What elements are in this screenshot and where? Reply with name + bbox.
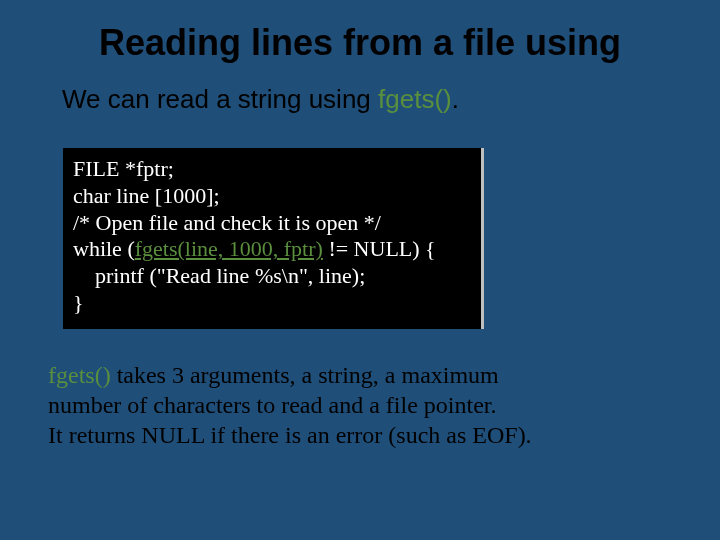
code-line-2: char line [1000]; <box>73 183 471 210</box>
code-block: FILE *fptr; char line [1000]; /* Open fi… <box>63 148 484 329</box>
code-line-4: while (fgets(line, 1000, fptr) != NULL) … <box>73 236 471 263</box>
description: fgets() takes 3 arguments, a string, a m… <box>48 360 672 450</box>
code-l4-suffix: != NULL) { <box>323 236 436 261</box>
intro-prefix: We can read a string using <box>62 84 378 114</box>
intro-suffix: . <box>452 84 459 114</box>
code-l4-prefix: while ( <box>73 236 135 261</box>
code-l4-func: fgets(line, 1000, fptr) <box>135 236 323 261</box>
code-line-6: } <box>73 290 471 317</box>
code-line-5: printf ("Read line %s\n", line); <box>73 263 471 290</box>
code-line-1: FILE *fptr; <box>73 156 471 183</box>
desc-rest2: number of characters to read and a file … <box>48 392 496 418</box>
intro-line: We can read a string using fgets(). <box>62 84 459 115</box>
intro-func: fgets() <box>378 84 452 114</box>
desc-rest3: It returns NULL if there is an error (su… <box>48 422 532 448</box>
desc-rest1: takes 3 arguments, a string, a maximum <box>111 362 499 388</box>
code-line-3: /* Open file and check it is open */ <box>73 210 471 237</box>
slide-title: Reading lines from a file using <box>0 22 720 64</box>
desc-func: fgets() <box>48 362 111 388</box>
